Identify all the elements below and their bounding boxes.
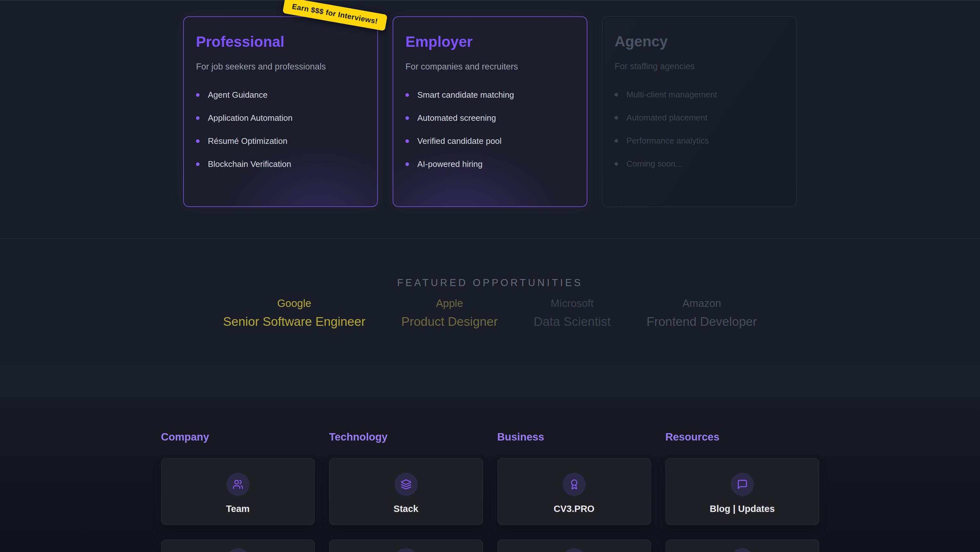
footer-link-card-blog[interactable]: Blog | Updates: [665, 458, 819, 525]
plan-feature: Verified candidate pool: [406, 136, 574, 146]
footer-column-company: Company Team: [161, 431, 315, 525]
opportunity-item[interactable]: Amazon Frontend Developer: [647, 297, 757, 329]
users-icon: [232, 479, 243, 490]
plan-title: Professional: [196, 33, 365, 50]
plan-description: For staffing agencies: [614, 62, 784, 72]
opportunity-company: Amazon: [647, 297, 757, 310]
icon-circle: [731, 473, 754, 496]
footer-columns: Company Team Technology: [161, 431, 819, 525]
plan-feature: Résumé Optimization: [196, 136, 365, 146]
footer-column-heading: Technology: [329, 431, 483, 443]
bullet-dot-icon: [196, 116, 199, 120]
plan-feature: Automated placement: [614, 112, 784, 123]
pricing-section: Earn $$$ for Interviews! Professional Fo…: [0, 0, 980, 239]
opportunity-company: Microsoft: [533, 297, 611, 310]
footer-card-label: Team: [226, 504, 250, 514]
plan-title: Employer: [406, 33, 574, 50]
plan-feature: Automated screening: [406, 113, 574, 123]
bullet-dot-icon: [614, 139, 618, 142]
footer-column-heading: Business: [497, 431, 651, 443]
message-icon: [737, 479, 748, 490]
plan-feature-label: Application Automation: [208, 113, 293, 123]
featured-opportunities-section: FEATURED OPPORTUNITIES Google Senior Sof…: [0, 239, 980, 366]
featured-title: FEATURED OPPORTUNITIES: [0, 277, 980, 289]
bullet-dot-icon: [614, 116, 618, 120]
opportunity-role: Data Scientist: [533, 314, 611, 329]
plan-feature-label: Smart candidate matching: [417, 90, 514, 100]
footer-column-heading: Resources: [665, 431, 819, 443]
icon-circle: [563, 473, 586, 496]
plan-feature-label: Multi-client management: [627, 89, 717, 100]
opportunity-company: Google: [223, 297, 365, 310]
plan-description: For companies and recruiters: [406, 62, 574, 72]
spacer-strip: [0, 366, 980, 397]
plan-card-agency: Agency For staffing agencies Multi-clien…: [602, 16, 797, 207]
plan-feature: Agent Guidance: [196, 90, 365, 100]
plan-feature-label: Blockchain Verification: [208, 159, 291, 169]
opportunity-role: Product Designer: [401, 314, 498, 329]
bullet-dot-icon: [406, 116, 409, 120]
icon-circle: [563, 548, 586, 552]
bullet-dot-icon: [196, 139, 199, 143]
footer: Company Team Technology: [0, 397, 980, 552]
icon-circle: [731, 548, 754, 552]
plan-feature-label: Coming soon...: [627, 159, 682, 169]
opportunities-carousel: Google Senior Software Engineer Apple Pr…: [0, 297, 980, 329]
footer-link-card-cv3pro[interactable]: CV3.PRO: [497, 458, 651, 525]
opportunity-item[interactable]: Microsoft Data Scientist: [533, 297, 611, 329]
plan-card-employer[interactable]: Employer For companies and recruiters Sm…: [393, 16, 587, 207]
footer-link-card-team[interactable]: Team: [161, 458, 315, 525]
icon-circle: [226, 548, 250, 552]
plan-feature-label: Performance analytics: [627, 136, 709, 146]
plan-title: Agency: [614, 33, 784, 50]
icon-circle: [395, 473, 418, 496]
opportunity-item[interactable]: Apple Product Designer: [401, 297, 498, 329]
layers-icon: [401, 479, 412, 490]
bullet-dot-icon: [196, 93, 199, 97]
footer-link-card[interactable]: [665, 539, 819, 552]
plan-feature-label: Verified candidate pool: [417, 136, 501, 146]
footer-column-technology: Technology Stack: [329, 431, 483, 525]
plan-feature: Coming soon...: [614, 159, 784, 169]
footer-link-card-stack[interactable]: Stack: [329, 458, 483, 525]
plan-feature: Application Automation: [196, 113, 365, 123]
footer-column-business: Business CV3.PRO: [497, 431, 651, 525]
bullet-dot-icon: [614, 93, 618, 96]
plan-card-professional[interactable]: Professional For job seekers and profess…: [183, 16, 378, 207]
plan-cards-row: Professional For job seekers and profess…: [0, 16, 980, 207]
plan-feature-list: Agent Guidance Application Automation Ré…: [196, 90, 365, 169]
plan-feature-label: Automated placement: [627, 112, 708, 123]
plan-feature: Multi-client management: [614, 89, 784, 100]
bullet-dot-icon: [196, 163, 199, 166]
footer-card-label: CV3.PRO: [554, 504, 594, 514]
plan-feature-label: AI-powered hiring: [417, 159, 483, 169]
icon-circle: [226, 473, 250, 496]
bullet-dot-icon: [406, 163, 409, 166]
plan-feature-label: Résumé Optimization: [208, 136, 288, 146]
plan-feature: Blockchain Verification: [196, 159, 365, 169]
plan-feature-list: Multi-client management Automated placem…: [614, 89, 784, 169]
opportunity-role: Senior Software Engineer: [223, 314, 365, 329]
plan-feature-label: Agent Guidance: [208, 90, 267, 100]
footer-card-label: Blog | Updates: [710, 504, 775, 514]
bullet-dot-icon: [406, 139, 409, 143]
opportunity-company: Apple: [401, 297, 498, 310]
opportunity-role: Frontend Developer: [647, 314, 757, 329]
footer-link-card[interactable]: [161, 539, 315, 552]
plan-feature: Smart candidate matching: [406, 90, 574, 100]
award-icon: [569, 479, 580, 490]
footer-column-heading: Company: [161, 431, 315, 443]
footer-link-card[interactable]: [497, 539, 651, 552]
footer-link-card[interactable]: [329, 539, 483, 552]
footer-column-resources: Resources Blog | Updates: [665, 431, 819, 525]
bullet-dot-icon: [614, 162, 618, 166]
plan-feature-list: Smart candidate matching Automated scree…: [406, 90, 574, 169]
footer-cards-row-2: [161, 539, 819, 552]
bullet-dot-icon: [406, 93, 409, 97]
footer-card-label: Stack: [394, 504, 418, 514]
icon-circle: [395, 548, 418, 552]
plan-description: For job seekers and professionals: [196, 62, 365, 72]
plan-feature: AI-powered hiring: [406, 159, 574, 169]
opportunity-item[interactable]: Google Senior Software Engineer: [223, 297, 365, 329]
plan-feature: Performance analytics: [614, 136, 784, 146]
